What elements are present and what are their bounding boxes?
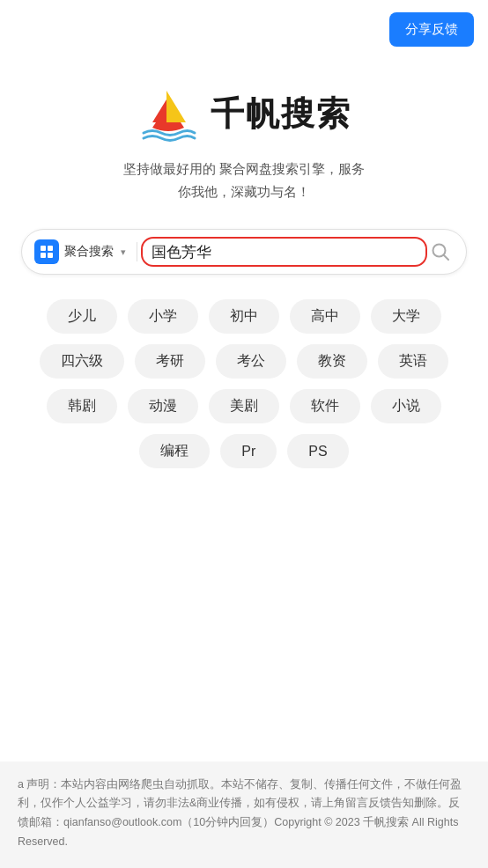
search-icon bbox=[431, 242, 450, 261]
app-title: 千帆搜索 bbox=[211, 92, 351, 136]
tagline-line2: 你我他，深藏功与名！ bbox=[178, 184, 310, 199]
logo-section: 千帆搜索 坚持做最好用的 聚合网盘搜索引擎，服务 你我他，深藏功与名！ bbox=[0, 55, 488, 211]
grid-icon bbox=[39, 244, 55, 260]
search-input[interactable] bbox=[141, 237, 427, 267]
engine-icon bbox=[34, 239, 59, 264]
tagline: 坚持做最好用的 聚合网盘搜索引擎，服务 你我他，深藏功与名！ bbox=[123, 158, 365, 202]
svg-rect-2 bbox=[41, 246, 46, 251]
tag-button[interactable]: 高中 bbox=[290, 299, 360, 334]
tag-button[interactable]: 初中 bbox=[209, 299, 279, 334]
share-button[interactable]: 分享反馈 bbox=[389, 12, 474, 47]
tag-button[interactable]: 大学 bbox=[371, 299, 441, 334]
tag-button[interactable]: 韩剧 bbox=[47, 389, 117, 423]
svg-rect-3 bbox=[48, 246, 53, 251]
tag-button[interactable]: 教资 bbox=[297, 344, 367, 379]
tag-button[interactable]: 编程 bbox=[139, 434, 210, 468]
svg-line-7 bbox=[444, 255, 449, 261]
sailboat-logo-icon bbox=[137, 82, 200, 145]
tags-grid: 少儿小学初中高中大学四六级考研考公教资英语韩剧动漫美剧软件小说编程PrPS bbox=[16, 299, 472, 468]
svg-rect-5 bbox=[48, 253, 53, 258]
search-divider bbox=[137, 242, 137, 261]
engine-label: 聚合搜索 bbox=[64, 244, 114, 260]
tag-button[interactable]: 考研 bbox=[135, 344, 205, 379]
tag-button[interactable]: 四六级 bbox=[40, 344, 124, 379]
top-bar: 分享反馈 bbox=[0, 0, 488, 55]
svg-marker-0 bbox=[166, 91, 186, 122]
search-button[interactable] bbox=[427, 242, 454, 261]
tag-button[interactable]: 少儿 bbox=[47, 299, 117, 334]
svg-rect-4 bbox=[41, 253, 46, 258]
tag-button[interactable]: 美剧 bbox=[209, 389, 279, 423]
footer: a 声明：本站内容由网络爬虫自动抓取。本站不储存、复制、传播任何文件，不做任何盈… bbox=[0, 761, 488, 869]
tag-button[interactable]: 软件 bbox=[290, 389, 360, 423]
search-section: 聚合搜索 ▾ bbox=[0, 211, 488, 283]
search-input-wrap bbox=[141, 237, 427, 267]
tags-section: 少儿小学初中高中大学四六级考研考公教资英语韩剧动漫美剧软件小说编程PrPS bbox=[0, 283, 488, 477]
logo-row: 千帆搜索 bbox=[137, 82, 351, 145]
search-box: 聚合搜索 ▾ bbox=[21, 229, 467, 275]
tag-button[interactable]: PS bbox=[287, 434, 348, 468]
engine-selector-button[interactable]: 聚合搜索 ▾ bbox=[34, 239, 133, 264]
svg-marker-1 bbox=[152, 99, 166, 122]
footer-text: a 声明：本站内容由网络爬虫自动抓取。本站不储存、复制、传播任何文件，不做任何盈… bbox=[18, 778, 462, 849]
tagline-line1: 坚持做最好用的 聚合网盘搜索引擎，服务 bbox=[123, 161, 365, 176]
tag-button[interactable]: 动漫 bbox=[128, 389, 198, 423]
tag-button[interactable]: 英语 bbox=[378, 344, 448, 379]
chevron-down-icon: ▾ bbox=[121, 246, 126, 258]
tag-button[interactable]: 小说 bbox=[371, 389, 441, 423]
tag-button[interactable]: Pr bbox=[220, 434, 277, 468]
tag-button[interactable]: 小学 bbox=[128, 299, 198, 334]
tag-button[interactable]: 考公 bbox=[216, 344, 286, 379]
